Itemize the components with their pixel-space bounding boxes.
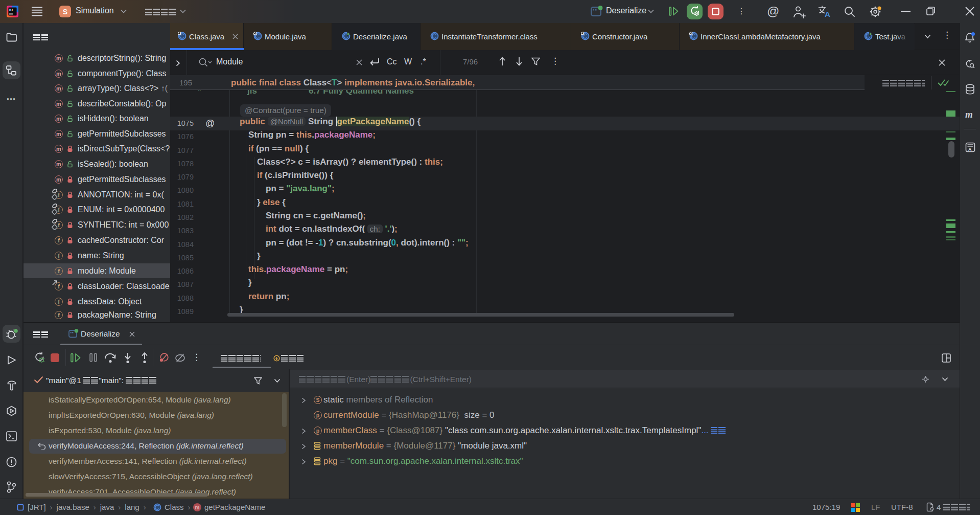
svg-text:IU: IU bbox=[9, 8, 13, 12]
svg-text:A: A bbox=[825, 10, 830, 18]
svg-text:A: A bbox=[968, 147, 972, 152]
